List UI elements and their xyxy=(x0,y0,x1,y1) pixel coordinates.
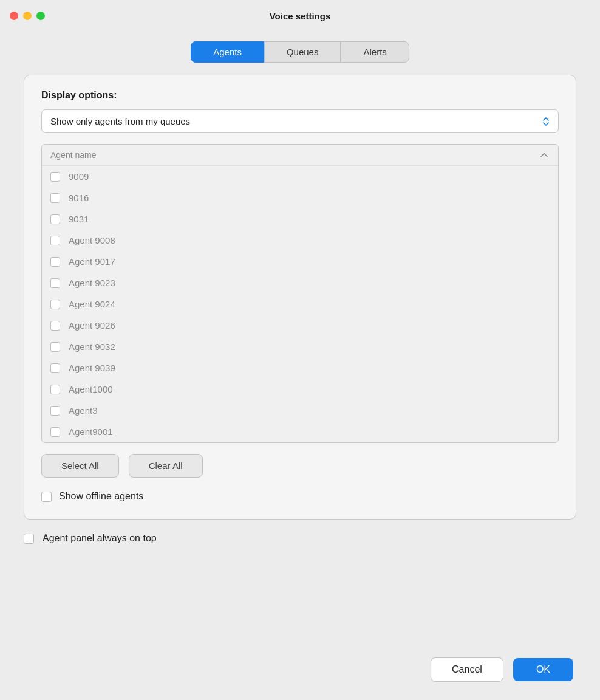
agent-list-container: Agent name 900990169031Agent 9008Agent 9… xyxy=(41,144,559,443)
agent-list-item[interactable]: Agent 9017 xyxy=(42,251,558,272)
agent-checkbox[interactable] xyxy=(50,406,60,416)
agent-list-header: Agent name xyxy=(42,145,558,166)
window: Voice settings Agents Queues Alerts Disp… xyxy=(0,0,600,700)
agent-checkbox[interactable] xyxy=(50,214,60,224)
agent-name-label: 9009 xyxy=(69,171,89,182)
close-button[interactable] xyxy=(10,12,18,20)
agent-name-label: Agent1000 xyxy=(69,384,113,394)
select-all-button[interactable]: Select All xyxy=(41,454,119,478)
show-offline-row: Show offline agents xyxy=(41,491,559,502)
agent-name-label: 9031 xyxy=(69,214,89,224)
agent-list-item[interactable]: Agent 9039 xyxy=(42,357,558,379)
ok-button[interactable]: OK xyxy=(513,658,573,681)
agent-list-item[interactable]: Agent1000 xyxy=(42,379,558,400)
window-controls xyxy=(10,12,45,20)
agent-list-item[interactable]: 9031 xyxy=(42,208,558,230)
agent-checkbox[interactable] xyxy=(50,321,60,331)
always-on-top-label: Agent panel always on top xyxy=(43,533,157,544)
show-offline-label: Show offline agents xyxy=(59,491,143,502)
agent-name-label: Agent 9026 xyxy=(69,320,115,331)
always-on-top-checkbox[interactable] xyxy=(24,534,34,544)
display-options-label: Display options: xyxy=(41,90,559,101)
agent-name-label: Agent 9008 xyxy=(69,235,115,245)
buttons-row: Select All Clear All xyxy=(41,454,559,478)
agent-list-item[interactable]: Agent 9023 xyxy=(42,272,558,293)
footer-buttons: Cancel OK xyxy=(0,639,600,700)
agent-list-item[interactable]: 9009 xyxy=(42,166,558,187)
agent-checkbox[interactable] xyxy=(50,385,60,394)
agent-name-label: 9016 xyxy=(69,193,89,203)
clear-all-button[interactable]: Clear All xyxy=(129,454,203,478)
cancel-button[interactable]: Cancel xyxy=(431,657,503,682)
agent-checkbox[interactable] xyxy=(50,257,60,267)
agent-list-item[interactable]: Agent 9026 xyxy=(42,315,558,336)
agent-name-label: Agent 9024 xyxy=(69,299,115,309)
tab-agents[interactable]: Agents xyxy=(191,41,264,63)
agent-list-item[interactable]: 9016 xyxy=(42,187,558,208)
agent-name-label: Agent 9023 xyxy=(69,278,115,288)
scroll-up-icon[interactable] xyxy=(539,149,550,160)
agent-filter-dropdown[interactable]: Show only agents from my queues Show all… xyxy=(41,109,559,133)
agent-name-label: Agent 9017 xyxy=(69,256,115,267)
agent-checkbox[interactable] xyxy=(50,236,60,245)
tab-queues[interactable]: Queues xyxy=(264,41,341,63)
agent-name-label: Agent 9039 xyxy=(69,363,115,373)
agent-name-label: Agent9001 xyxy=(69,427,113,437)
titlebar: Voice settings xyxy=(0,0,600,32)
dropdown-wrapper: Show only agents from my queues Show all… xyxy=(41,109,559,133)
agent-list-item[interactable]: Agent 9024 xyxy=(42,293,558,315)
agent-list-item[interactable]: Agent3 xyxy=(42,400,558,421)
agent-checkbox[interactable] xyxy=(50,300,60,309)
agent-name-label: Agent 9032 xyxy=(69,341,115,352)
agent-checkbox[interactable] xyxy=(50,193,60,203)
agent-checkbox[interactable] xyxy=(50,427,60,437)
bottom-section: Agent panel always on top xyxy=(24,533,576,544)
tab-alerts[interactable]: Alerts xyxy=(341,41,409,63)
main-panel: Display options: Show only agents from m… xyxy=(24,75,576,520)
window-title: Voice settings xyxy=(270,11,331,21)
tab-bar: Agents Queues Alerts xyxy=(191,41,409,63)
show-offline-checkbox[interactable] xyxy=(41,492,52,502)
agent-list-item[interactable]: Agent9001 xyxy=(42,421,558,442)
agent-checkbox[interactable] xyxy=(50,363,60,373)
agent-name-label: Agent3 xyxy=(69,405,98,416)
agent-checkbox[interactable] xyxy=(50,278,60,288)
agent-list-header-text: Agent name xyxy=(50,150,539,160)
minimize-button[interactable] xyxy=(23,12,32,20)
agent-checkbox[interactable] xyxy=(50,172,60,182)
agent-list-scrollable[interactable]: 900990169031Agent 9008Agent 9017Agent 90… xyxy=(42,166,558,442)
maximize-button[interactable] xyxy=(36,12,45,20)
agent-list-item[interactable]: Agent 9032 xyxy=(42,336,558,357)
agent-checkbox[interactable] xyxy=(50,342,60,352)
agent-list-item[interactable]: Agent 9008 xyxy=(42,230,558,251)
